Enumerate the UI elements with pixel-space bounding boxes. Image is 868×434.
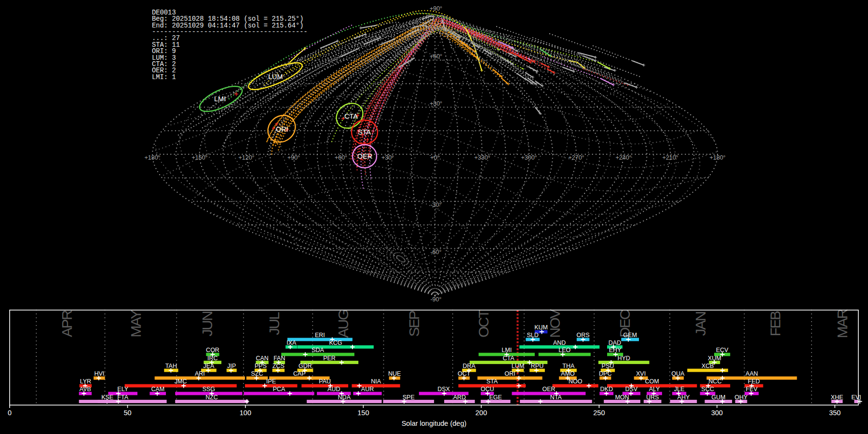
svg-text:DPC: DPC — [599, 370, 611, 377]
svg-text:RPU: RPU — [531, 363, 543, 369]
svg-text:JIP: JIP — [227, 363, 236, 369]
svg-text:EGE: EGE — [489, 394, 502, 401]
svg-text:+60°: +60° — [335, 154, 347, 161]
svg-text:JUN: JUN — [199, 312, 215, 337]
svg-text:IRC: IRC — [207, 355, 218, 362]
svg-text:OCT: OCT — [458, 370, 471, 377]
svg-text:+150°: +150° — [191, 154, 207, 161]
svg-text:ZCS: ZCS — [272, 363, 285, 369]
svg-text:OCU: OCU — [481, 386, 494, 393]
svg-text:AVB: AVB — [80, 386, 91, 393]
svg-text:+270°: +270° — [568, 154, 584, 161]
svg-text:-60°: -60° — [430, 249, 441, 256]
svg-text:LEO: LEO — [558, 347, 570, 353]
svg-text:+300°: +300° — [521, 154, 537, 161]
svg-text:GDR: GDR — [298, 363, 312, 369]
svg-text:OER: OER — [357, 152, 372, 160]
svg-text:IXA: IXA — [286, 339, 297, 346]
svg-text:FED: FED — [748, 378, 760, 385]
svg-text:Solar longitude (deg): Solar longitude (deg) — [402, 420, 467, 427]
svg-text:+30°: +30° — [381, 154, 394, 161]
svg-text:GEM: GEM — [623, 332, 637, 339]
svg-text:AND: AND — [553, 339, 566, 346]
svg-text:FTA: FTA — [117, 394, 128, 401]
svg-text:XHE: XHE — [831, 394, 843, 401]
svg-text:150: 150 — [357, 409, 369, 417]
svg-text:+180°: +180° — [144, 154, 160, 161]
svg-text:DRA: DRA — [462, 363, 475, 369]
svg-text:+0°: +0° — [430, 154, 439, 161]
svg-text:NDA: NDA — [338, 394, 351, 401]
svg-text:LMI: LMI — [502, 347, 512, 353]
svg-text:350: 350 — [829, 409, 841, 417]
svg-text:OHY: OHY — [734, 394, 748, 401]
svg-text:FEB: FEB — [767, 311, 783, 336]
svg-text:JAN: JAN — [692, 312, 708, 336]
svg-text:PCA: PCA — [273, 386, 285, 393]
svg-text:SSG: SSG — [203, 386, 215, 393]
svg-text:LMI: LMI — [214, 95, 226, 103]
svg-text:+90°: +90° — [287, 154, 300, 161]
svg-text:LUM: LUM — [268, 73, 283, 81]
svg-text:COM: COM — [645, 378, 659, 385]
svg-text:CAM: CAM — [151, 386, 164, 393]
svg-text:JMC: JMC — [175, 378, 187, 385]
svg-text:KCG: KCG — [329, 339, 342, 346]
svg-text:KUM: KUM — [534, 324, 548, 331]
svg-text:XUM: XUM — [708, 355, 721, 362]
svg-text:LYR: LYR — [80, 378, 91, 385]
svg-text:+90°: +90° — [430, 5, 442, 12]
svg-text:DSX: DSX — [437, 386, 450, 393]
svg-text:0: 0 — [8, 409, 12, 417]
svg-text:ELY: ELY — [117, 386, 128, 393]
svg-text:ORS: ORS — [577, 332, 590, 339]
svg-text:XCB: XCB — [702, 363, 714, 369]
svg-text:+240°: +240° — [615, 154, 631, 161]
svg-text:+30°: +30° — [430, 100, 442, 107]
svg-text:GUM: GUM — [711, 394, 725, 401]
svg-text:NOO: NOO — [569, 378, 583, 385]
svg-text:NUE: NUE — [388, 370, 401, 377]
svg-text:COR: COR — [206, 347, 219, 353]
svg-text:HYD: HYD — [617, 355, 630, 362]
svg-text:KSE: KSE — [101, 394, 113, 401]
svg-text:+210°: +210° — [662, 154, 678, 161]
svg-text:50: 50 — [123, 409, 131, 417]
svg-text:AMO: AMO — [561, 370, 575, 377]
svg-text:JLE: JLE — [674, 386, 685, 393]
svg-text:CTA: CTA — [344, 112, 358, 120]
svg-text:MAR: MAR — [834, 309, 850, 339]
svg-text:ARI: ARI — [195, 370, 205, 377]
svg-text:AUR: AUR — [361, 386, 374, 393]
svg-text:FAN: FAN — [273, 355, 285, 362]
svg-text:LMI: 1: LMI: 1 — [152, 74, 176, 81]
svg-text:XVI: XVI — [636, 370, 646, 377]
svg-text:MON: MON — [615, 394, 629, 401]
svg-text:100: 100 — [240, 409, 251, 417]
svg-text:TAH: TAH — [165, 363, 177, 369]
svg-text:EVI: EVI — [852, 394, 861, 401]
svg-text:ORI: ORI — [276, 125, 288, 133]
svg-text:NTA: NTA — [550, 394, 562, 401]
svg-text:ALY: ALY — [649, 386, 660, 393]
svg-text:NZC: NZC — [205, 394, 218, 401]
svg-text:OER: OER — [542, 386, 555, 393]
svg-text:SZC: SZC — [251, 370, 263, 377]
svg-text:THA: THA — [562, 363, 575, 369]
svg-text:STA: STA — [358, 128, 371, 136]
svg-text:LUM: LUM — [512, 363, 524, 369]
svg-text:DSV: DSV — [625, 386, 637, 393]
svg-text:ECV: ECV — [716, 347, 729, 353]
svg-text:OCT: OCT — [475, 310, 491, 338]
svg-text:JUL: JUL — [266, 312, 282, 335]
svg-text:+330°: +330° — [474, 154, 490, 161]
svg-text:NCC: NCC — [708, 378, 721, 385]
svg-text:PSU: PSU — [602, 363, 614, 369]
svg-text:URS: URS — [646, 394, 659, 401]
svg-text:DKD: DKD — [600, 386, 613, 393]
svg-text:QUA: QUA — [671, 370, 685, 377]
svg-text:SLD: SLD — [527, 332, 539, 339]
svg-text:PER: PER — [323, 355, 336, 362]
svg-text:+120°: +120° — [238, 154, 254, 161]
svg-text:AAN: AAN — [746, 370, 758, 377]
